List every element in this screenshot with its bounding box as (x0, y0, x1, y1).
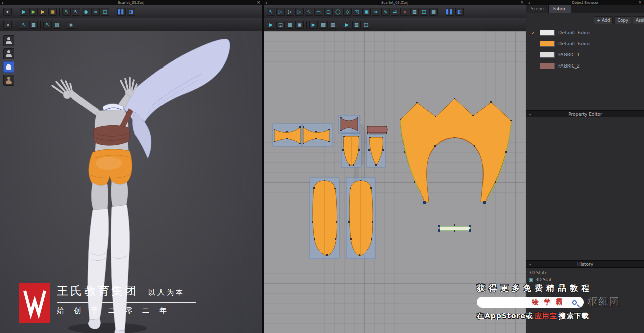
mesh-display-icon[interactable]: ▩ (29, 21, 38, 29)
add-point-icon[interactable]: ▷ (295, 8, 304, 16)
show-garment-toggle[interactable] (3, 61, 14, 73)
transform-pattern-icon[interactable]: ↖ (267, 8, 275, 16)
pin-select-icon[interactable]: ◉ (82, 8, 90, 16)
tool-glyph: ▌▌ (446, 9, 454, 14)
layer-display-icon[interactable]: ▤ (53, 21, 61, 29)
show-mesh-2d-icon[interactable]: ▦ (319, 21, 328, 29)
fabric-name: FABRIC_2 (558, 63, 580, 69)
tool-glyph: ▧ (354, 22, 359, 27)
toolbar-separator (340, 21, 340, 29)
property-editor-header[interactable]: ◆ Property Editor (526, 110, 644, 117)
show-info-2d-icon[interactable]: ◳ (362, 21, 370, 29)
edit-pattern-icon[interactable]: ▷ (276, 8, 285, 16)
promo-download-line: 在AppStore或应用宝搜索下载 (477, 312, 638, 321)
free-sewing-icon[interactable]: ∿ (381, 8, 390, 16)
history-item-label: 3D Stat (536, 277, 552, 282)
copy-fabric-button[interactable]: Copy (614, 16, 631, 24)
close-3d-window-button[interactable]: × (257, 0, 260, 5)
edit-point-icon[interactable]: ▷ (286, 8, 294, 16)
segment-sewing-icon[interactable]: ≈ (372, 8, 380, 16)
collapse-toolbar-icon[interactable]: ▾ (3, 8, 12, 16)
assign-fabric-button[interactable]: Assign (633, 16, 644, 24)
particle-distance-icon[interactable]: ◈ (67, 21, 75, 29)
rectangle-tool-icon[interactable]: ▢ (324, 8, 333, 16)
seam-allowance-icon[interactable]: ▣ (362, 8, 371, 16)
texture-editor-icon[interactable]: ▦ (429, 8, 438, 16)
detach-sewing-icon[interactable]: × (400, 8, 409, 16)
tab-fabric[interactable]: Fabric (549, 5, 571, 13)
tool-glyph: ↖ (74, 9, 78, 14)
select-2d-icon[interactable]: ▶ (267, 21, 275, 29)
tool-glyph: ↖ (46, 22, 50, 27)
simulate-icon[interactable]: ▶ (20, 8, 28, 16)
section-marker-icon: ◆ (529, 111, 531, 118)
select-mesh-icon[interactable]: ↖ (72, 8, 80, 16)
show-seam-icon[interactable]: ▨ (410, 8, 419, 16)
fabric-swatch[interactable] (540, 52, 555, 58)
history-header[interactable]: ◆ History (526, 260, 644, 268)
avatar-display-icon[interactable]: ▶ (29, 8, 38, 16)
show-skin-toggle[interactable] (3, 75, 14, 86)
fabric-row[interactable]: Default_Fabric (526, 38, 644, 49)
tab-scene[interactable]: Scene (526, 5, 549, 13)
pin-tool-icon[interactable]: ▶ (39, 8, 47, 16)
tape-tool-icon[interactable]: ▣ (48, 8, 57, 16)
fabric-swatch[interactable] (540, 63, 555, 69)
wind-tool-icon[interactable]: ≈ (91, 8, 100, 16)
move-pattern-icon[interactable]: ◱ (276, 21, 285, 29)
add-fabric-button[interactable]: + Add (594, 16, 613, 24)
tool-glyph: ▶ (312, 22, 315, 27)
snap-toggle-icon[interactable]: ▣ (295, 21, 304, 29)
fabric-row[interactable]: FABRIC_1 (526, 49, 644, 60)
play-2d-icon[interactable]: ▶ (309, 21, 318, 29)
fabric-row[interactable]: ✓ Default_Fabric (526, 27, 644, 38)
reset-pose-icon[interactable]: ◨ (127, 8, 135, 16)
avatar-bust-icon (5, 63, 12, 71)
select-move-icon[interactable]: ↖ (62, 8, 71, 16)
show-bust-toggle[interactable] (3, 48, 14, 59)
close-object-browser-button[interactable]: × (638, 0, 642, 5)
tool-glyph: ▌▌ (118, 9, 125, 14)
circle-tool-icon[interactable]: ◯ (334, 8, 342, 16)
tool-glyph: ▣ (297, 22, 302, 27)
show-fill-2d-icon[interactable]: ▩ (329, 21, 337, 29)
scarf[interactable] (120, 39, 230, 158)
fabric-name: FABRIC_1 (558, 52, 580, 57)
close-2d-window-button[interactable]: × (520, 0, 524, 5)
sync-2d-icon[interactable]: ▌▌ (446, 8, 454, 16)
window-marker-icon: ◆ (2, 0, 4, 5)
dart-tool-icon[interactable]: ◇ (343, 8, 352, 16)
notch-tool-icon[interactable]: ◹ (353, 8, 361, 16)
show-avatar-toggle[interactable] (3, 35, 14, 46)
swap-sewing-icon[interactable]: ⇄ (391, 8, 399, 16)
tool-glyph: ▶ (345, 22, 349, 27)
history-back-icon[interactable]: ◂ (3, 21, 12, 29)
fabric-swatch[interactable] (540, 30, 555, 36)
arrange-points-icon[interactable]: ▶ (343, 21, 351, 29)
object-browser-tabs: Scene Fabric (526, 5, 644, 13)
lasso-select-3d-icon[interactable]: ↖ (43, 21, 52, 29)
toolbar-spacer (110, 8, 116, 16)
tool-glyph: ▦ (288, 22, 292, 27)
sync-simulation-icon[interactable]: ▌▌ (117, 8, 126, 16)
avatar-bust-icon (5, 77, 12, 84)
measure-tool-icon[interactable]: ◫ (101, 8, 109, 16)
tool-glyph: ▦ (431, 9, 436, 14)
fabric-swatch[interactable] (540, 41, 555, 47)
grading-icon[interactable]: ◫ (420, 8, 428, 16)
box-select-3d-icon[interactable]: ↖ (20, 21, 28, 29)
edit-curvature-icon[interactable]: ∿ (305, 8, 313, 16)
reset-arrangement-icon[interactable]: ◧ (455, 8, 464, 16)
history-item[interactable]: ▣ 3D Stat (529, 277, 551, 282)
fabric-row[interactable]: FABRIC_2 (526, 60, 644, 72)
leg-pattern-right (349, 181, 373, 256)
show-grid-icon[interactable]: ▦ (286, 21, 294, 29)
tool-glyph: ◈ (69, 22, 73, 27)
history-title: History (577, 262, 593, 267)
promo-search-pill: 绘学霸 (477, 297, 584, 308)
show-texture-2d-icon[interactable]: ▧ (352, 21, 361, 29)
app-name: 绘学霸 (532, 298, 568, 307)
promo-text-pre: 在AppStore或 (477, 312, 533, 320)
polygon-tool-icon[interactable]: ▭ (314, 8, 323, 16)
leotard[interactable] (89, 149, 132, 189)
